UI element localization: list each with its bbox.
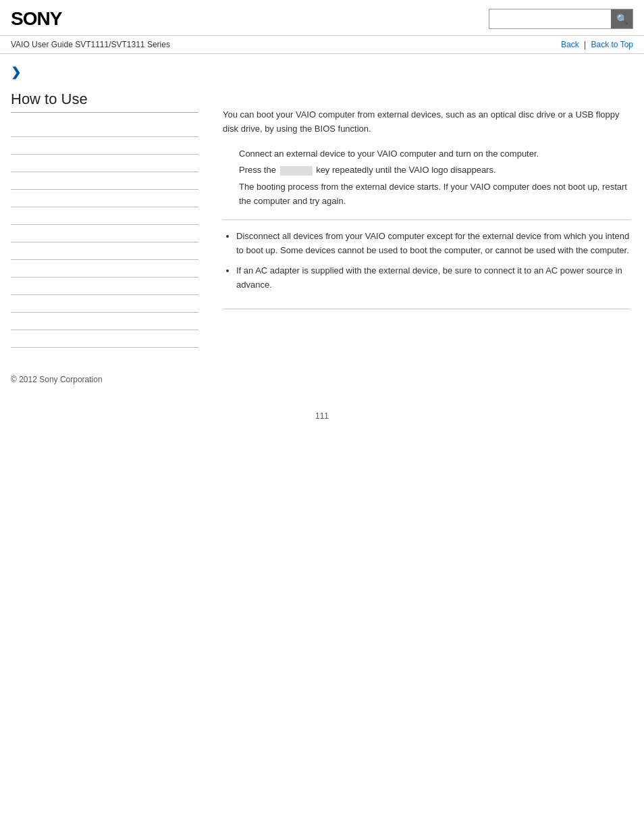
breadcrumb-arrow[interactable]: ❯ — [11, 65, 198, 80]
note-item-1: Disconnect all devices from your VAIO co… — [236, 230, 630, 258]
sidebar: ❯ How to Use — [0, 54, 209, 361]
list-item — [11, 280, 198, 295]
sidebar-title: How to Use — [11, 90, 198, 113]
list-item — [11, 298, 198, 313]
step-2: Press the key repeatedly until the VAIO … — [223, 163, 630, 178]
search-area: 🔍 — [489, 9, 633, 29]
search-input[interactable] — [489, 9, 611, 28]
search-button[interactable]: 🔍 — [611, 9, 633, 28]
step-3: The booting process from the external de… — [223, 180, 630, 209]
list-item — [11, 315, 198, 330]
list-item — [11, 122, 198, 137]
back-link[interactable]: Back — [561, 40, 579, 49]
note-section: Disconnect all devices from your VAIO co… — [223, 219, 630, 309]
note-list: Disconnect all devices from your VAIO co… — [223, 230, 630, 292]
list-item — [11, 175, 198, 190]
back-to-top-link[interactable]: Back to Top — [591, 40, 633, 49]
main-content: You can boot your VAIO computer from ext… — [209, 54, 644, 361]
note-item-2: If an AC adapter is supplied with the ex… — [236, 264, 630, 292]
list-item — [11, 210, 198, 225]
content-intro: You can boot your VAIO computer from ext… — [223, 108, 630, 136]
sony-logo: SONY — [11, 8, 61, 30]
list-item — [11, 157, 198, 172]
list-item — [11, 333, 198, 348]
copyright-text: © 2012 Sony Corporation — [11, 375, 103, 384]
main-layout: ❯ How to Use You can boot your VAIO comp… — [0, 54, 644, 361]
page-footer: © 2012 Sony Corporation — [0, 361, 644, 398]
list-item — [11, 245, 198, 260]
key-placeholder — [280, 166, 313, 176]
guide-title: VAIO User Guide SVT1111/SVT1311 Series — [11, 40, 170, 49]
nav-links: Back | Back to Top — [561, 40, 633, 49]
list-item — [11, 263, 198, 278]
page-number: 111 — [0, 398, 644, 434]
sidebar-link-list — [11, 122, 198, 348]
nav-bar: VAIO User Guide SVT1111/SVT1311 Series B… — [0, 36, 644, 54]
page-header: SONY 🔍 — [0, 0, 644, 36]
list-item — [11, 192, 198, 207]
nav-separator: | — [584, 40, 586, 49]
list-item — [11, 140, 198, 155]
step-1: Connect an external device to your VAIO … — [223, 147, 630, 161]
list-item — [11, 228, 198, 242]
search-icon: 🔍 — [616, 14, 628, 24]
